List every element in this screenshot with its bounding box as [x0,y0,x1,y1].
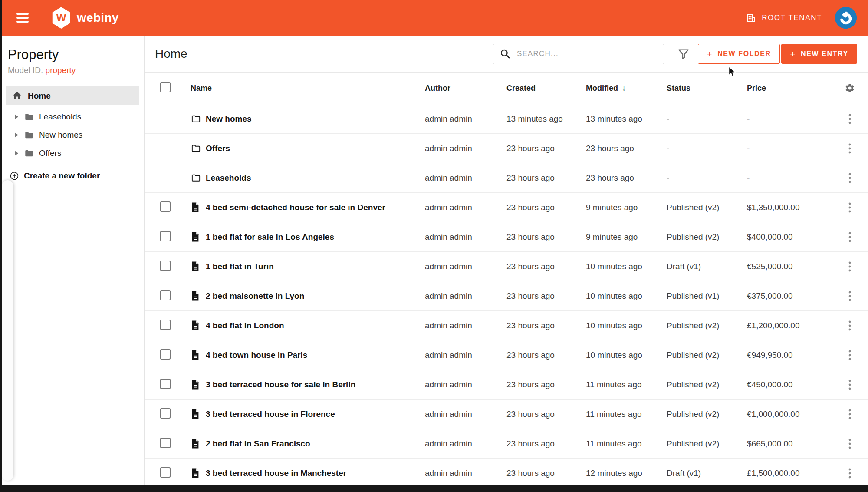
row-name[interactable]: 2 bed flat in San Francisco [206,439,425,449]
table-row[interactable]: 3 bed terraced house in Florenceadmin ad… [145,400,868,429]
row-checkbox[interactable] [160,349,171,360]
new-folder-button[interactable]: + NEW FOLDER [698,44,780,64]
row-checkbox[interactable] [160,467,171,478]
row-checkbox[interactable] [160,201,171,212]
plus-icon: + [707,50,713,59]
file-icon [191,291,206,301]
chevron-right-icon[interactable] [15,114,18,119]
table-row[interactable]: 1 bed flat in Turinadmin admin23 hours a… [145,252,868,281]
filter-button[interactable] [677,47,690,60]
table-row[interactable]: 4 bed town house in Parisadmin admin23 h… [145,340,868,370]
table-row[interactable]: 3 bed terraced house in Manchesteradmin … [145,459,868,488]
row-menu-button[interactable] [848,261,852,273]
sidebar: Property Model ID: property Home Leaseho… [2,36,145,485]
folder-icon [191,173,206,183]
row-modified: 10 minutes ago [586,262,667,271]
funnel-icon [677,47,690,60]
row-checkbox[interactable] [160,290,171,300]
row-checkbox[interactable] [160,231,171,241]
file-icon [191,320,206,331]
row-created: 23 hours ago [506,232,586,242]
row-menu-button[interactable] [848,201,852,214]
row-checkbox[interactable] [160,320,171,330]
table-settings-button[interactable] [845,83,855,93]
column-header-name[interactable]: Name [191,84,425,93]
row-name[interactable]: 3 bed terraced house for sale in Berlin [206,380,425,390]
header-checkbox[interactable] [160,82,171,92]
top-app-bar: W webiny ROOT TENANT [0,0,868,36]
table-row[interactable]: 3 bed terraced house for sale in Berlina… [145,370,868,400]
column-header-price[interactable]: Price [747,84,836,93]
row-modified: 10 minutes ago [586,350,667,360]
row-menu-button[interactable] [848,467,852,479]
row-created: 23 hours ago [506,144,586,153]
sidebar-folder-item[interactable]: Offers [2,144,144,162]
row-checkbox[interactable] [160,261,171,271]
tenant-selector[interactable]: ROOT TENANT [746,13,822,23]
menu-icon[interactable] [16,13,29,23]
chevron-right-icon[interactable] [15,151,18,156]
row-menu-button[interactable] [848,290,852,302]
table-row[interactable]: Offersadmin admin23 hours ago23 hours ag… [145,134,868,163]
model-id-label: Model ID: [8,66,43,75]
row-modified: 13 minutes ago [586,114,667,124]
row-menu-button[interactable] [848,349,852,361]
row-name[interactable]: 4 bed flat in London [206,321,425,330]
folder-icon [24,130,34,140]
row-checkbox[interactable] [160,438,171,448]
create-folder-button[interactable]: Create a new folder [2,171,144,181]
row-status: Published (v1) [667,291,747,301]
row-menu-button[interactable] [848,231,852,243]
avatar[interactable] [835,7,857,29]
table-row[interactable]: 4 bed flat in Londonadmin admin23 hours … [145,311,868,340]
row-author: admin admin [425,321,506,330]
row-menu-button[interactable] [848,320,852,332]
table-row[interactable]: 2 bed flat in San Franciscoadmin admin23… [145,429,868,459]
table-row[interactable]: 2 bed maisonette in Lyonadmin admin23 ho… [145,281,868,311]
row-name[interactable]: 3 bed terraced house in Florence [206,409,425,419]
file-icon [191,468,206,479]
row-name[interactable]: 1 bed flat in Turin [206,262,425,271]
search-box [493,44,664,64]
row-name[interactable]: New homes [206,114,425,124]
table-row[interactable]: New homesadmin admin13 minutes ago13 min… [145,104,868,134]
row-menu-button[interactable] [848,379,852,391]
column-header-created[interactable]: Created [506,84,586,93]
folder-icon [24,149,34,158]
row-menu-button[interactable] [848,172,852,184]
row-menu-button[interactable] [848,142,852,155]
new-entry-button[interactable]: + NEW ENTRY [781,44,857,64]
search-input[interactable] [516,49,664,59]
row-name[interactable]: Offers [206,144,425,153]
model-id-value[interactable]: property [46,66,76,75]
chevron-right-icon[interactable] [15,132,18,138]
sidebar-folder-item[interactable]: Leaseholds [2,108,144,126]
row-menu-button[interactable] [848,438,852,450]
row-name[interactable]: 4 bed semi-detached house for sale in De… [206,203,425,212]
row-modified: 9 minutes ago [586,232,667,242]
row-name[interactable]: 4 bed town house in Paris [206,350,425,360]
column-header-status[interactable]: Status [667,84,747,93]
row-menu-button[interactable] [848,113,852,125]
row-name[interactable]: 3 bed terraced house in Manchester [206,469,425,478]
table-row[interactable]: 1 bed flat for sale in Los Angelesadmin … [145,222,868,252]
row-checkbox-cell [160,379,191,391]
folder-tree: LeaseholdsNew homesOffers [2,108,144,162]
row-name[interactable]: Leaseholds [206,173,425,183]
column-header-modified[interactable]: Modified ↓ [586,83,667,93]
row-checkbox[interactable] [160,408,171,419]
row-author: admin admin [425,350,506,360]
table-row[interactable]: 4 bed semi-detached house for sale in De… [145,193,868,222]
row-name[interactable]: 2 bed maisonette in Lyon [206,291,425,301]
row-created: 23 hours ago [506,380,586,390]
sidebar-folder-item[interactable]: New homes [2,126,144,144]
sidebar-item-home[interactable]: Home [6,86,139,105]
row-price: - [747,144,836,153]
column-header-author[interactable]: Author [425,84,506,93]
row-menu-button[interactable] [848,408,852,420]
row-checkbox[interactable] [160,379,171,389]
table-row[interactable]: Leaseholdsadmin admin23 hours ago23 hour… [145,163,868,193]
webiny-logo[interactable]: W webiny [51,7,119,29]
row-name[interactable]: 1 bed flat for sale in Los Angeles [206,232,425,242]
row-checkbox-cell [160,320,191,332]
